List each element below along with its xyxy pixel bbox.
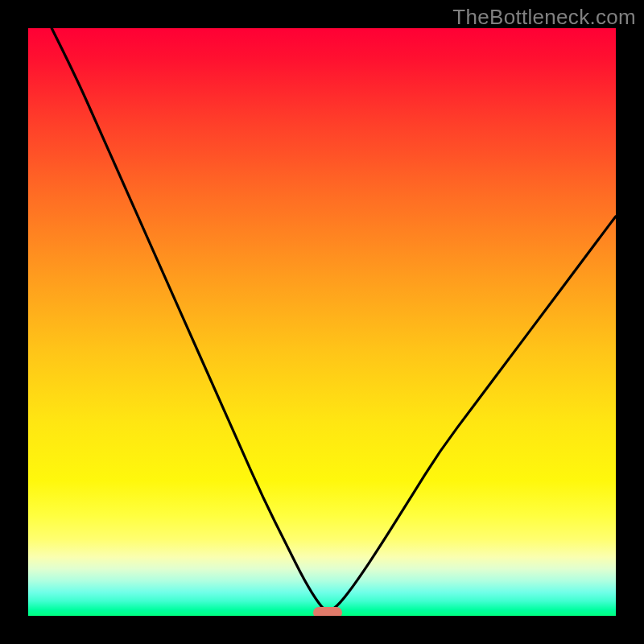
watermark-text: TheBottleneck.com xyxy=(452,5,636,30)
chart-frame: TheBottleneck.com xyxy=(0,0,644,644)
plot-area xyxy=(28,28,616,616)
bottleneck-curve xyxy=(28,28,616,616)
minimum-marker xyxy=(313,607,342,616)
